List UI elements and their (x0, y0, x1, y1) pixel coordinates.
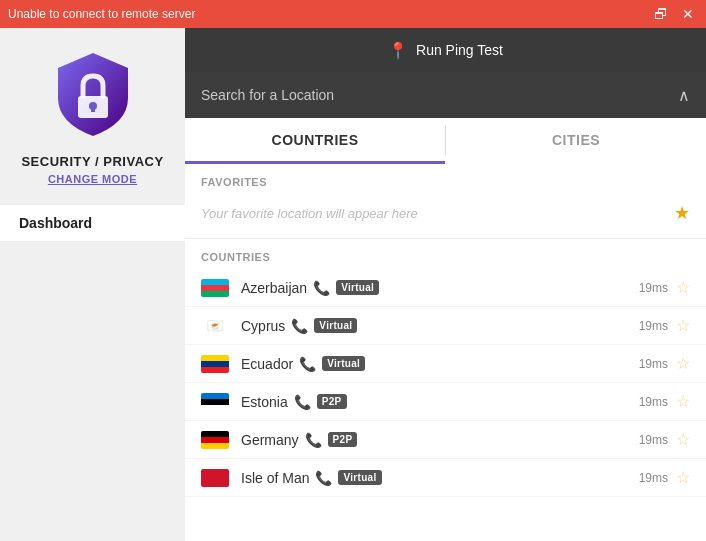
change-mode-link[interactable]: CHANGE MODE (48, 173, 137, 185)
star-ec[interactable]: ☆ (676, 354, 690, 373)
phone-icon-ec: 📞 (299, 356, 316, 372)
phone-icon: 📞 (313, 280, 330, 296)
flag-cyprus: 🇨🇾 (201, 317, 229, 335)
ping-bar[interactable]: 📍 Run Ping Test (185, 28, 706, 72)
ping-de: 19ms (638, 433, 668, 447)
title-bar-text: Unable to connect to remote server (8, 7, 195, 21)
country-item-isle-of-man[interactable]: Isle of Man 📞 Virtual 19ms ☆ (185, 459, 706, 497)
star-cy[interactable]: ☆ (676, 316, 690, 335)
flag-azerbaijan (201, 279, 229, 297)
content-area[interactable]: FAVORITES Your favorite location will ap… (185, 164, 706, 541)
phone-icon-de: 📞 (305, 432, 322, 448)
flag-isle-of-man (201, 469, 229, 487)
flag-ecuador (201, 355, 229, 373)
ping-location-icon: 📍 (388, 41, 408, 60)
search-bar[interactable]: Search for a Location ∧ (185, 72, 706, 118)
ping-cy: 19ms (638, 319, 668, 333)
tabs: COUNTRIES CITIES (185, 118, 706, 164)
title-bar: Unable to connect to remote server 🗗 ✕ (0, 0, 706, 28)
country-name-azerbaijan: Azerbaijan 📞 Virtual (241, 280, 638, 296)
star-ee[interactable]: ☆ (676, 392, 690, 411)
country-item-cyprus[interactable]: 🇨🇾 Cyprus 📞 Virtual 19ms ☆ (185, 307, 706, 345)
country-name-germany: Germany 📞 P2P (241, 432, 638, 448)
ping-az: 19ms (638, 281, 668, 295)
country-name-isle-of-man: Isle of Man 📞 Virtual (241, 470, 638, 486)
sidebar: SECURITY / PRIVACY CHANGE MODE Dashboard (0, 28, 185, 541)
tab-countries[interactable]: COUNTRIES (185, 118, 445, 164)
security-label: SECURITY / PRIVACY (21, 154, 163, 169)
flag-estonia (201, 393, 229, 411)
flag-germany (201, 431, 229, 449)
badge-virtual-cy: Virtual (314, 318, 357, 333)
main-panel: 📍 Run Ping Test Search for a Location ∧ … (185, 28, 706, 541)
favorites-empty-text: Your favorite location will appear here (201, 206, 418, 221)
favorites-star-icon: ★ (674, 202, 690, 224)
badge-virtual-iom: Virtual (338, 470, 381, 485)
country-item-azerbaijan[interactable]: Azerbaijan 📞 Virtual 19ms ☆ (185, 269, 706, 307)
chevron-up-icon: ∧ (678, 86, 690, 105)
ping-bar-label: Run Ping Test (416, 42, 503, 58)
badge-virtual-az: Virtual (336, 280, 379, 295)
badge-p2p-ee: P2P (317, 394, 347, 409)
badge-virtual-ec: Virtual (322, 356, 365, 371)
star-az[interactable]: ☆ (676, 278, 690, 297)
star-iom[interactable]: ☆ (676, 468, 690, 487)
favorites-header: FAVORITES (185, 164, 706, 194)
favorites-placeholder: Your favorite location will appear here … (185, 194, 706, 238)
country-item-ecuador[interactable]: Ecuador 📞 Virtual 19ms ☆ (185, 345, 706, 383)
phone-icon-iom: 📞 (315, 470, 332, 486)
ping-ec: 19ms (638, 357, 668, 371)
countries-section-header: COUNTRIES (185, 239, 706, 269)
restore-button[interactable]: 🗗 (650, 5, 672, 23)
star-de[interactable]: ☆ (676, 430, 690, 449)
close-button[interactable]: ✕ (678, 5, 698, 23)
svg-rect-2 (91, 106, 95, 112)
country-name-cyprus: Cyprus 📞 Virtual (241, 318, 638, 334)
phone-icon-ee: 📞 (294, 394, 311, 410)
sidebar-item-dashboard[interactable]: Dashboard (0, 205, 185, 241)
title-bar-buttons: 🗗 ✕ (650, 5, 698, 23)
country-item-estonia[interactable]: Estonia 📞 P2P 19ms ☆ (185, 383, 706, 421)
country-name-ecuador: Ecuador 📞 Virtual (241, 356, 638, 372)
phone-icon-cy: 📞 (291, 318, 308, 334)
tab-cities[interactable]: CITIES (446, 118, 706, 164)
badge-p2p-de: P2P (328, 432, 358, 447)
country-name-estonia: Estonia 📞 P2P (241, 394, 638, 410)
shield-icon (48, 48, 138, 138)
search-label: Search for a Location (201, 87, 334, 103)
ping-ee: 19ms (638, 395, 668, 409)
ping-iom: 19ms (638, 471, 668, 485)
country-item-germany[interactable]: Germany 📞 P2P 19ms ☆ (185, 421, 706, 459)
